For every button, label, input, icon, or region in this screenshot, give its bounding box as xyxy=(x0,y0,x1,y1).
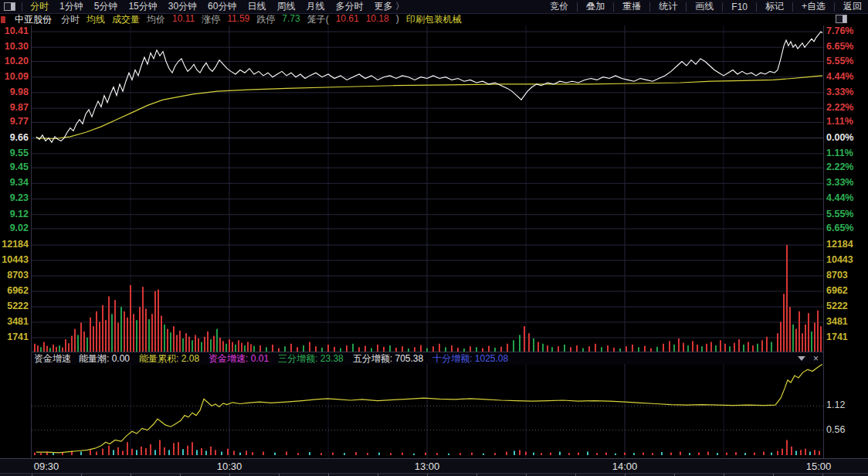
toolbar-right: 竞价叠加重播统计画线F10标记+自选返回 xyxy=(544,0,868,13)
percent-axis-label: 4.44% xyxy=(826,71,866,83)
period-items: 分时1分钟5分钟15分钟30分钟60分钟日线周线月线多分时更多 〉 xyxy=(25,0,410,13)
toolbar-divider xyxy=(577,2,578,12)
tool-叠加[interactable]: 叠加 xyxy=(580,0,611,13)
intraday-price-chart[interactable] xyxy=(32,26,823,237)
info-11.59: 11.59 xyxy=(227,13,249,26)
price-axis-label: 10.30 xyxy=(0,41,29,53)
indicator-values: 能量潮: 0.00能量累积: 2.08资金增速: 0.01三分增额: 23.38… xyxy=(79,352,517,366)
stock-name[interactable]: 中亚股份 xyxy=(15,13,52,26)
fund-line xyxy=(36,365,822,453)
info-印刷包装机械: 印刷包装机械 xyxy=(406,13,462,26)
toolbar-divider xyxy=(649,2,650,12)
tool-F10[interactable]: F10 xyxy=(725,2,754,12)
volume-axis-label: 12184 xyxy=(0,239,29,250)
info-跌停: 跌停 xyxy=(256,13,275,26)
fund-speed-chart[interactable] xyxy=(32,364,823,458)
volume-axis-label: 5222 xyxy=(0,301,29,312)
info-items: 分时均线成交量均价10.11涨停11.59跌停7.73笼子(10.6110.18… xyxy=(61,13,469,26)
price-axis-label: 10.20 xyxy=(0,56,29,67)
period-60分钟[interactable]: 60分钟 xyxy=(202,0,242,13)
info-成交量: 成交量 xyxy=(112,13,140,26)
info-涨停: 涨停 xyxy=(202,13,220,26)
chevron-down-icon[interactable] xyxy=(798,356,805,361)
indicator-能量累积: 能量累积: 2.08 xyxy=(139,352,199,366)
indicator-title[interactable]: 资金增速 xyxy=(34,352,71,366)
percent-axis-label: 5.55% xyxy=(826,209,866,220)
price-axis-label: 10.41 xyxy=(0,26,29,37)
period-月线[interactable]: 月线 xyxy=(300,0,330,13)
alert-icon xyxy=(1,16,5,23)
period-15分钟[interactable]: 15分钟 xyxy=(123,0,162,13)
toolbar-divider xyxy=(722,2,723,12)
percent-axis-label: 3.33% xyxy=(826,87,866,98)
percent-axis-label: 1.11% xyxy=(826,148,866,159)
period-menubar: 分时1分钟5分钟15分钟30分钟60分钟日线周线月线多分时更多 〉 竞价叠加重播… xyxy=(0,0,868,14)
info-10.61: 10.61 xyxy=(336,13,359,26)
period-更多 〉[interactable]: 更多 〉 xyxy=(368,0,409,13)
price-axis-label: 9.02 xyxy=(0,223,29,234)
toolbar-divider xyxy=(834,2,835,12)
info-7.73: 7.73 xyxy=(282,13,300,26)
plot-frame-right xyxy=(823,26,824,458)
indicator-三分增额: 三分增额: 23.38 xyxy=(278,352,344,366)
stock-infobar: 中亚股份 分时均线成交量均价10.11涨停11.59跌停7.73笼子(10.61… xyxy=(0,14,868,26)
volume-axis-label: 3481 xyxy=(826,316,866,328)
split-window-icon[interactable] xyxy=(4,2,15,11)
volume-axis-label: 3481 xyxy=(0,316,29,328)
price-axis-label: 9.66 xyxy=(0,132,29,144)
volume-axis-label: 10443 xyxy=(0,254,29,266)
tool-竞价[interactable]: 竞价 xyxy=(544,0,575,13)
time-label-15:00: 15:00 xyxy=(806,461,832,472)
percent-axis-label: 2.22% xyxy=(826,162,866,173)
period-30分钟[interactable]: 30分钟 xyxy=(163,0,202,13)
indicator-controls: × xyxy=(798,353,823,364)
close-icon[interactable]: × xyxy=(813,353,819,364)
indicator-五分增额: 五分增额: 705.38 xyxy=(353,352,423,366)
indicator-bar: 资金增速 能量潮: 0.00能量累积: 2.08资金增速: 0.01三分增额: … xyxy=(32,352,823,365)
volume-chart[interactable] xyxy=(32,237,823,352)
split-window-icon[interactable] xyxy=(836,15,847,23)
info-): ) xyxy=(396,13,399,26)
time-label-10:30: 10:30 xyxy=(217,461,242,472)
info-分时: 分时 xyxy=(61,13,80,26)
indicator-能量潮: 能量潮: 0.00 xyxy=(79,352,130,366)
info-10.11: 10.11 xyxy=(172,13,195,26)
price-axis-label: 9.12 xyxy=(0,209,29,220)
tool-画线[interactable]: 画线 xyxy=(689,0,720,13)
volume-bars xyxy=(32,237,823,352)
price-axis-label: 9.55 xyxy=(0,148,29,159)
percent-axis-label: 7.76% xyxy=(826,26,866,37)
period-日线[interactable]: 日线 xyxy=(242,0,271,13)
tool-返回[interactable]: 返回 xyxy=(837,0,868,13)
percent-axis-label: 3.33% xyxy=(826,177,866,189)
tool-重播[interactable]: 重播 xyxy=(616,0,647,13)
tool-标记[interactable]: 标记 xyxy=(759,0,790,13)
fund-axis-label: 1.12 xyxy=(826,400,866,411)
time-axis: 09:3010:3013:0014:0015:00 xyxy=(0,458,868,476)
indicator-十分增额: 十分增额: 1025.08 xyxy=(432,352,508,366)
volume-axis-label: 5222 xyxy=(826,301,866,312)
tool-+自选[interactable]: +自选 xyxy=(795,0,832,13)
toolbar-divider xyxy=(756,2,757,12)
stock-chart-app: 分时1分钟5分钟15分钟30分钟60分钟日线周线月线多分时更多 〉 竞价叠加重播… xyxy=(0,0,868,476)
volume-axis-label: 10443 xyxy=(826,254,866,266)
info-10.18: 10.18 xyxy=(366,13,389,26)
toolbar-divider xyxy=(792,2,793,12)
period-分时[interactable]: 分时 xyxy=(25,0,54,13)
period-1分钟[interactable]: 1分钟 xyxy=(54,0,89,13)
price-axis-label: 9.45 xyxy=(0,162,29,173)
indicator-资金增速: 资金增速: 0.01 xyxy=(209,352,269,366)
toolbar-divider xyxy=(613,2,614,12)
price-axis-label: 9.87 xyxy=(0,102,29,114)
period-5分钟[interactable]: 5分钟 xyxy=(89,0,124,13)
price-axis-label: 9.98 xyxy=(0,87,29,98)
percent-axis-label: 6.65% xyxy=(826,41,866,53)
period-多分时[interactable]: 多分时 xyxy=(330,0,368,13)
tool-统计[interactable]: 统计 xyxy=(653,0,683,13)
period-周线[interactable]: 周线 xyxy=(271,0,300,13)
toolbar-divider xyxy=(686,2,687,12)
volume-axis-label: 12184 xyxy=(826,239,866,250)
time-label-09:30: 09:30 xyxy=(34,461,59,472)
info-均线: 均线 xyxy=(86,13,105,26)
price-axis-label: 9.34 xyxy=(0,177,29,189)
